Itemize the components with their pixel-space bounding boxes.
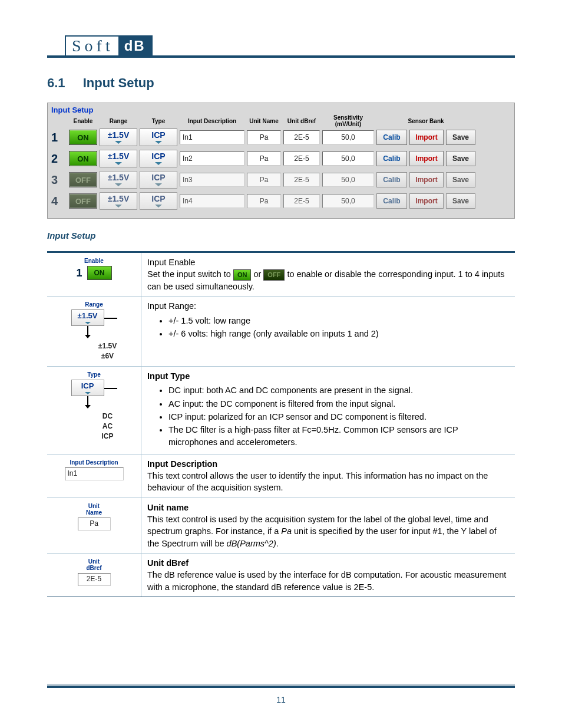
range-dropdown[interactable]: ±1.5V: [100, 192, 137, 210]
enable-toggle[interactable]: OFF: [69, 193, 97, 209]
channel-number: 4: [51, 195, 67, 208]
desc-inputdesc-text: This text control allows the user to ide…: [147, 470, 509, 494]
unit-name-field[interactable]: Pa: [247, 151, 281, 166]
type-opt-0: DC: [101, 411, 113, 421]
unit-name-field[interactable]: Pa: [247, 194, 281, 208]
type-dropdown[interactable]: ICP: [140, 171, 177, 189]
sensitivity-field[interactable]: 50,0: [322, 151, 374, 166]
type-dropdown[interactable]: ICP: [140, 129, 177, 146]
range-dropdown[interactable]: ±1.5V: [100, 171, 137, 189]
mini-ch-num: 1: [76, 267, 82, 279]
sensitivity-field[interactable]: 50,0: [322, 130, 374, 144]
input-description-field[interactable]: In3: [180, 173, 244, 187]
section-title-text: Input Setup: [83, 75, 154, 90]
unit-dbref-field[interactable]: 2E-5: [283, 130, 320, 144]
desc-unitdbref-title: Unit dBref: [147, 558, 189, 568]
save-button[interactable]: Save: [446, 130, 475, 145]
unit-name-field[interactable]: Pa: [247, 130, 281, 144]
type-bullet-2: ICP input: polarized for an ICP sensor a…: [168, 411, 509, 423]
calib-button[interactable]: Calib: [376, 172, 407, 187]
logo-left: Soft: [66, 37, 118, 55]
calib-button[interactable]: Calib: [376, 193, 407, 209]
import-button[interactable]: Import: [409, 193, 444, 209]
mini-unitname-field[interactable]: Pa: [78, 518, 111, 531]
range-dropdown[interactable]: ±1.5V: [100, 150, 137, 167]
mini-label-unitdbref: UnitdBref: [86, 558, 101, 571]
desc-row-range: Range ±1.5V ±1.5V ±6V Input Range: +/- 1…: [47, 297, 515, 367]
logo: Soft dB: [65, 35, 153, 58]
mini-range-dropdown[interactable]: ±1.5V: [71, 309, 104, 326]
desc-enable-body: Set the input switch to ON or OFF to ena…: [147, 268, 509, 292]
desc-enable-title: Input Enable: [147, 256, 509, 268]
range-dropdown[interactable]: ±1.5V: [100, 129, 137, 146]
channel-number: 3: [51, 173, 67, 187]
logo-right: dB: [118, 37, 151, 55]
mini-unitdbref-field[interactable]: 2E-5: [78, 573, 111, 586]
enable-toggle[interactable]: ON: [69, 130, 97, 145]
input-description-field[interactable]: In2: [180, 151, 244, 166]
mini-type-dropdown[interactable]: ICP: [71, 380, 104, 396]
mini-toggle-on[interactable]: ON: [87, 266, 112, 280]
calib-button[interactable]: Calib: [376, 151, 407, 166]
col-unit-name: Unit Name: [247, 118, 281, 124]
brand-header: Soft dB: [47, 35, 515, 58]
sensitivity-field[interactable]: 50,0: [322, 173, 374, 187]
input-setup-panel: Input Setup Enable Range Type Input Desc…: [47, 103, 515, 219]
sensitivity-field[interactable]: 50,0: [322, 194, 374, 208]
col-desc: Input Description: [180, 118, 244, 124]
mini-label-inputdesc: Input Description: [70, 459, 118, 466]
channel-number: 2: [51, 152, 67, 166]
input-setup-desc-table: Enable 1 ON Input Enable Set the input s…: [47, 251, 515, 597]
footer-rule: [47, 686, 515, 688]
panel-row-4: 4OFF±1.5VICPIn4Pa2E-550,0CalibImportSave: [51, 192, 511, 210]
type-dropdown[interactable]: ICP: [140, 192, 177, 210]
mini-label-type: Type: [87, 371, 101, 378]
desc-unitdbref-text: The dB reference value is used by the in…: [147, 569, 509, 593]
panel-row-1: 1ON±1.5VICPIn1Pa2E-550,0CalibImportSave: [51, 129, 511, 146]
type-dropdown[interactable]: ICP: [140, 150, 177, 167]
save-button[interactable]: Save: [446, 151, 475, 166]
input-description-field[interactable]: In4: [180, 194, 244, 208]
col-range: Range: [100, 118, 137, 124]
panel-column-headers: Enable Range Type Input Description Unit…: [51, 114, 511, 127]
desc-inputdesc-title: Input Description: [147, 459, 217, 469]
save-button[interactable]: Save: [446, 172, 475, 187]
range-opt-0: ±1.5V: [98, 341, 117, 351]
enable-toggle[interactable]: ON: [69, 151, 97, 166]
inline-toggle-off: OFF: [263, 269, 285, 281]
calib-button[interactable]: Calib: [376, 130, 407, 145]
desc-row-type: Type ICP DC AC ICP Input Type DC input: …: [47, 367, 515, 454]
desc-row-unit-dbref: UnitdBref 2E-5 Unit dBref The dB referen…: [47, 554, 515, 597]
type-opt-2: ICP: [101, 431, 113, 442]
panel-row-3: 3OFF±1.5VICPIn3Pa2E-550,0CalibImportSave: [51, 171, 511, 189]
range-opt-1: ±6V: [98, 351, 117, 361]
type-bullet-3: The DC filter is a high-pass filter at F…: [168, 424, 509, 448]
mini-inputdesc-field[interactable]: In1: [65, 467, 124, 480]
import-button[interactable]: Import: [409, 151, 444, 166]
unit-dbref-field[interactable]: 2E-5: [283, 151, 320, 166]
section-heading: 6.1 Input Setup: [47, 75, 515, 91]
desc-unitname-title: Unit name: [147, 503, 189, 512]
type-bullet-1: AC input: the DC component is filtered f…: [168, 398, 509, 410]
save-button[interactable]: Save: [446, 193, 475, 209]
range-bullet-0: +/- 1.5 volt: low range: [168, 315, 509, 327]
desc-range-title: Input Range:: [147, 300, 509, 312]
desc-row-input-description: Input Description In1 Input Description …: [47, 454, 515, 498]
import-button[interactable]: Import: [409, 130, 444, 145]
enable-toggle[interactable]: OFF: [69, 172, 97, 187]
input-description-field[interactable]: In1: [180, 130, 244, 144]
import-button[interactable]: Import: [409, 172, 444, 187]
unit-dbref-field[interactable]: 2E-5: [283, 173, 320, 187]
page-number: 11: [0, 695, 562, 704]
mini-label-unitname: UnitName: [86, 503, 102, 516]
col-type: Type: [140, 118, 177, 124]
type-opt-1: AC: [101, 421, 113, 431]
unit-dbref-field[interactable]: 2E-5: [283, 194, 320, 208]
channel-number: 1: [51, 131, 67, 144]
col-unit-dbref: Unit dBref: [283, 118, 320, 124]
panel-title: Input Setup: [51, 106, 511, 114]
col-sens: Sensitivity (mV/Unit): [322, 114, 374, 127]
desc-unitname-text: This text control is used by the acquisi…: [147, 513, 509, 549]
section-number: 6.1: [47, 75, 65, 90]
unit-name-field[interactable]: Pa: [247, 173, 281, 187]
